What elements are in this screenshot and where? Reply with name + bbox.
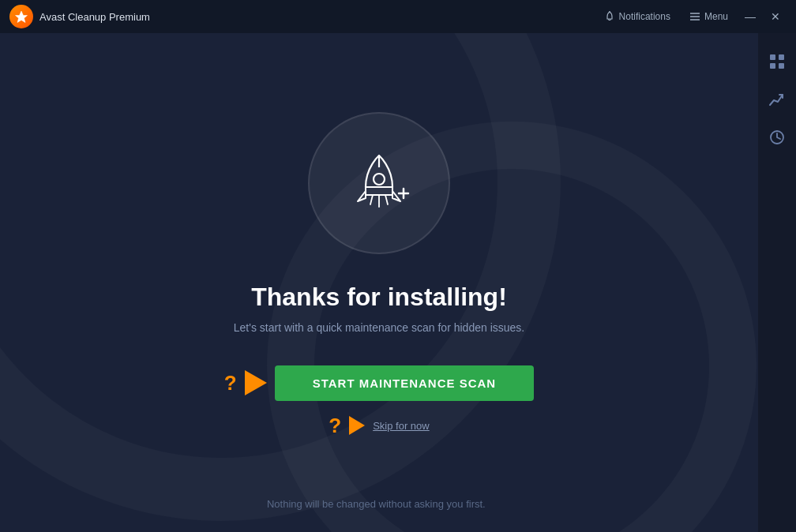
sidebar-grid-button[interactable] [761,46,793,77]
primary-button-row: ? START MAINTENANCE SCAN [224,365,534,401]
skip-button-row: ? Skip for now [329,414,429,438]
history-icon [768,129,786,146]
main-heading: Thanks for installing! [251,283,507,312]
titlebar-controls: Notifications Menu — ✕ [596,6,787,28]
arrow-decoration-2 [349,416,365,435]
app-logo: Avast Cleanup Premium [9,5,150,28]
svg-rect-4 [770,54,775,60]
rocket-icon [336,140,422,227]
chart-icon [768,91,786,108]
svg-rect-6 [770,63,775,69]
notifications-button[interactable]: Notifications [596,8,678,25]
question-mark-decoration-2: ? [329,414,341,438]
bell-icon [604,11,615,22]
sidebar-history-button[interactable] [761,122,793,153]
footer-note: Nothing will be changed without asking y… [267,498,486,510]
sidebar-chart-button[interactable] [761,84,793,115]
main-content: Thanks for installing! Let's start with … [0,33,796,532]
minimize-button[interactable]: — [739,6,761,28]
logo-icon [9,5,33,28]
svg-point-9 [374,174,385,185]
right-sidebar [758,33,796,532]
close-button[interactable]: ✕ [764,6,787,28]
main-subheading: Let's start with a quick maintenance sca… [234,321,524,334]
menu-icon [689,11,700,22]
titlebar: Avast Cleanup Premium Notifications Menu… [0,0,796,33]
arrow-decoration-1 [245,370,267,395]
start-scan-button[interactable]: START MAINTENANCE SCAN [275,365,535,401]
menu-button[interactable]: Menu [681,8,736,25]
skip-link[interactable]: Skip for now [373,420,430,432]
menu-label: Menu [704,11,728,22]
rocket-icon-container [308,112,450,254]
question-mark-decoration-1: ? [224,371,237,395]
buttons-area: ? START MAINTENANCE SCAN ? Skip for now [224,365,534,438]
app-name-label: Avast Cleanup Premium [39,11,150,23]
grid-icon [768,53,786,70]
svg-rect-5 [779,54,784,60]
notifications-label: Notifications [619,11,670,22]
svg-rect-7 [779,63,784,69]
